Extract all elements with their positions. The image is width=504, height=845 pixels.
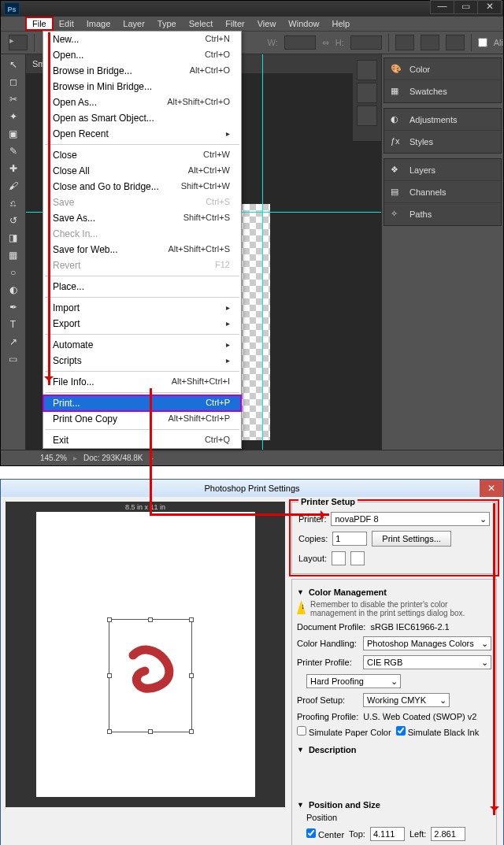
printer-profile-combo[interactable]: CIE RGB xyxy=(363,655,491,669)
left-field[interactable]: 2.861 xyxy=(431,827,465,841)
menu-item-browse-in-bridge[interactable]: Browse in Bridge...Alt+Ctrl+O xyxy=(43,63,241,79)
print-selection-box[interactable] xyxy=(109,619,192,732)
print-settings-button[interactable]: Print Settings... xyxy=(372,531,451,547)
ali-checkbox[interactable] xyxy=(478,38,487,47)
dialog-close-button[interactable]: ✕ xyxy=(480,480,503,497)
hard-proofing-combo[interactable]: Hard Proofing xyxy=(306,674,401,688)
menu-item-print[interactable]: Print...Ctrl+P xyxy=(43,395,241,411)
type-tool-icon[interactable]: T xyxy=(4,317,23,332)
menu-help[interactable]: Help xyxy=(325,17,356,30)
menu-file[interactable]: File xyxy=(26,17,53,30)
status-bar: 145.2% ▸ Doc: 293K/48.8K ▸ xyxy=(1,450,503,465)
align-button-1[interactable] xyxy=(395,35,414,50)
menu-item-open-as[interactable]: Open As...Alt+Shift+Ctrl+O xyxy=(43,95,241,110)
guide-vertical xyxy=(262,54,263,450)
tool-preset-button[interactable]: ▸ xyxy=(9,35,28,50)
layout-portrait-button[interactable] xyxy=(332,551,346,565)
menu-item-new[interactable]: New...Ctrl+N xyxy=(43,32,241,47)
path-tool-icon[interactable]: ↗ xyxy=(4,334,23,350)
crop-tool-icon[interactable]: ▣ xyxy=(4,126,23,142)
panel-styles[interactable]: ƒxStyles xyxy=(384,131,501,153)
menu-item-open[interactable]: Open...Ctrl+O xyxy=(43,47,241,63)
eraser-tool-icon[interactable]: ◨ xyxy=(4,230,23,246)
layout-landscape-button[interactable] xyxy=(350,551,365,565)
move-tool-icon[interactable]: ↖ xyxy=(4,57,23,72)
lasso-tool-icon[interactable]: ✂ xyxy=(4,91,23,107)
menu-item-exit[interactable]: ExitCtrl+Q xyxy=(43,432,241,448)
menu-image[interactable]: Image xyxy=(80,17,117,30)
color-handling-combo[interactable]: Photoshop Manages Colors xyxy=(363,636,491,650)
menu-item-open-as-smart-object[interactable]: Open as Smart Object... xyxy=(43,110,241,126)
maximize-button[interactable]: ▭ xyxy=(454,0,478,14)
position-sublabel: Position xyxy=(306,813,491,822)
width-field[interactable] xyxy=(284,35,316,50)
warning-text: Remember to disable the printer's color … xyxy=(310,600,491,617)
menu-item-browse-in-mini-bridge[interactable]: Browse in Mini Bridge... xyxy=(43,79,241,95)
dock-icon-3[interactable] xyxy=(357,106,377,126)
menu-item-import[interactable]: Import xyxy=(43,300,241,316)
menu-item-scripts[interactable]: Scripts xyxy=(43,353,241,369)
menu-item-open-recent[interactable]: Open Recent xyxy=(43,126,241,142)
menu-select[interactable]: Select xyxy=(183,17,220,30)
marquee-tool-icon[interactable]: ◻ xyxy=(4,74,23,90)
menu-layer[interactable]: Layer xyxy=(117,17,151,30)
channels-icon: ▤ xyxy=(391,187,403,198)
panel-adjustments[interactable]: ◐Adjustments xyxy=(384,109,501,131)
copies-field[interactable]: 1 xyxy=(332,532,367,546)
zoom-level[interactable]: 145.2% xyxy=(40,454,67,462)
close-button[interactable]: ✕ xyxy=(477,0,502,14)
printer-combo[interactable]: novaPDF 8 xyxy=(331,512,490,526)
panel-paths[interactable]: ✧Paths xyxy=(384,203,501,225)
menu-type[interactable]: Type xyxy=(151,17,183,30)
menu-filter[interactable]: Filter xyxy=(219,17,250,30)
dodge-tool-icon[interactable]: ◐ xyxy=(4,282,23,298)
heal-tool-icon[interactable]: ✚ xyxy=(4,161,23,176)
toolbox: ↖ ◻ ✂ ✦ ▣ ✎ ✚ 🖌 ⎌ ↺ ◨ ▦ ○ ◐ ✒ T ↗ ▭ xyxy=(1,54,26,450)
color-handling-label: Color Handling: xyxy=(297,639,358,648)
color-management-head[interactable]: Color Management xyxy=(297,587,491,597)
gradient-tool-icon[interactable]: ▦ xyxy=(4,247,23,263)
blur-tool-icon[interactable]: ○ xyxy=(4,265,23,280)
dock-icon-2[interactable] xyxy=(357,83,377,103)
menu-item-print-one-copy[interactable]: Print One CopyAlt+Shift+Ctrl+P xyxy=(43,411,241,427)
menu-item-close-all[interactable]: Close AllAlt+Ctrl+W xyxy=(43,163,241,179)
menu-item-save-for-web[interactable]: Save for Web...Alt+Shift+Ctrl+S xyxy=(43,242,241,258)
menu-item-export[interactable]: Export xyxy=(43,316,241,332)
pen-tool-icon[interactable]: ✒ xyxy=(4,299,23,315)
menu-edit[interactable]: Edit xyxy=(53,17,80,30)
proof-setup-combo[interactable]: Working CMYK xyxy=(363,693,450,707)
dock-icon-1[interactable] xyxy=(357,60,377,80)
menu-window[interactable]: Window xyxy=(282,17,325,30)
menu-item-close-and-go-to-bridge[interactable]: Close and Go to Bridge...Shift+Ctrl+W xyxy=(43,179,241,195)
menu-item-automate[interactable]: Automate xyxy=(43,337,241,353)
stamp-tool-icon[interactable]: ⎌ xyxy=(4,195,23,211)
menu-item-save-as[interactable]: Save As...Shift+Ctrl+S xyxy=(43,210,241,226)
panel-swatches[interactable]: ▦Swatches xyxy=(384,80,501,102)
menu-item-check-in: Check In... xyxy=(43,226,241,242)
description-head[interactable]: Description xyxy=(297,745,491,754)
menu-item-file-info[interactable]: File Info...Alt+Shift+Ctrl+I xyxy=(43,374,241,390)
panel-color[interactable]: 🎨Color xyxy=(384,58,501,80)
align-button-2[interactable] xyxy=(421,35,439,50)
panel-channels[interactable]: ▤Channels xyxy=(384,181,501,203)
simulate-paper-color-checkbox[interactable]: Simulate Paper Color xyxy=(297,726,391,737)
brush-tool-icon[interactable]: 🖌 xyxy=(4,178,23,194)
top-field[interactable]: 4.111 xyxy=(370,827,405,841)
menu-item-place[interactable]: Place... xyxy=(43,279,241,295)
panel-layers[interactable]: ❖Layers xyxy=(384,159,501,181)
history-brush-icon[interactable]: ↺ xyxy=(4,213,23,228)
palette-icon: 🎨 xyxy=(391,64,403,75)
position-size-head[interactable]: Position and Size xyxy=(297,800,491,810)
wand-tool-icon[interactable]: ✦ xyxy=(4,109,23,124)
minimize-button[interactable]: — xyxy=(430,0,454,14)
menu-item-close[interactable]: CloseCtrl+W xyxy=(43,147,241,163)
proof-setup-label: Proof Setup: xyxy=(297,695,358,705)
align-button-3[interactable] xyxy=(446,35,465,50)
center-checkbox[interactable]: Center xyxy=(306,828,344,839)
menu-view[interactable]: View xyxy=(251,17,283,30)
eyedropper-tool-icon[interactable]: ✎ xyxy=(4,143,23,159)
print-settings-dialog: Photoshop Print Settings ✕ 8.5 in x 11 i… xyxy=(0,479,504,845)
height-field[interactable] xyxy=(350,35,382,50)
simulate-black-ink-checkbox[interactable]: Simulate Black Ink xyxy=(396,726,480,737)
shape-tool-icon[interactable]: ▭ xyxy=(4,351,23,367)
